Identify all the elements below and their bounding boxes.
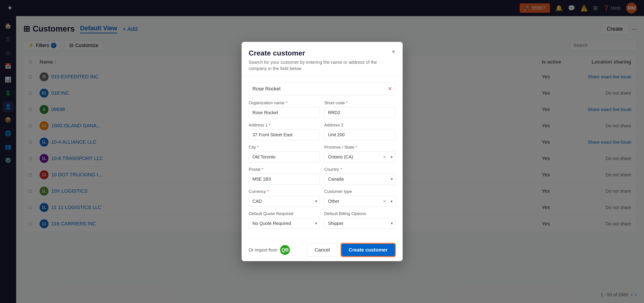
cancel-button[interactable]: Cancel	[307, 243, 337, 257]
country-label: Country *	[324, 167, 396, 172]
form-row-5: Currency * CAD USD ▾ Customer type	[249, 189, 396, 207]
currency-select[interactable]: CAD USD	[249, 196, 320, 207]
modal-overlay: Create customer Search for your customer…	[0, 0, 644, 303]
customer-type-chevron-icon: ▾	[390, 199, 392, 204]
search-clear-button[interactable]: ✕	[388, 86, 392, 92]
create-customer-modal: Create customer Search for your customer…	[242, 42, 403, 261]
address2-group: Address 2	[324, 123, 396, 140]
country-select[interactable]: Canada United States	[324, 174, 396, 184]
currency-select-wrap: CAD USD ▾	[249, 196, 320, 207]
modal-search-section: ✕	[242, 77, 403, 95]
form-row-1: Organization name * Short code *	[249, 101, 396, 118]
address1-input[interactable]	[249, 129, 320, 140]
modal-close-button[interactable]: ×	[390, 47, 397, 56]
address2-input[interactable]	[324, 129, 396, 140]
short-code-group: Short code *	[324, 101, 396, 118]
default-quote-group: Default Quote Required No Quote Required…	[249, 211, 320, 229]
modal-header: Create customer Search for your customer…	[242, 42, 403, 77]
customer-type-label: Customer type	[324, 189, 396, 194]
modal-footer: Or import from QB Cancel Create customer	[242, 238, 403, 261]
address2-label: Address 2	[324, 123, 396, 128]
short-code-label: Short code *	[324, 101, 396, 105]
customer-type-select[interactable]: Other ✕ ▾	[324, 196, 396, 207]
customer-type-select-wrap: Other ✕ ▾	[324, 196, 396, 207]
import-label: Or import from	[249, 247, 278, 253]
form-row-6: Default Quote Required No Quote Required…	[249, 211, 396, 229]
default-quote-select-wrap: No Quote Required ▾	[249, 218, 320, 229]
country-group: Country * Canada United States ▾	[324, 167, 396, 185]
short-code-input[interactable]	[324, 107, 396, 118]
search-container: ✕	[249, 83, 396, 95]
customer-type-group: Customer type Other ✕ ▾	[324, 189, 396, 207]
province-select[interactable]: Ontario (CA) ✕ ▾	[324, 152, 396, 162]
postal-input[interactable]	[249, 174, 320, 185]
default-billing-select[interactable]: Shipper	[324, 218, 396, 229]
country-select-wrap: Canada United States ▾	[324, 174, 396, 184]
modal-subtitle: Search for your customer by entering the…	[249, 59, 396, 72]
default-quote-label: Default Quote Required	[249, 211, 320, 216]
city-input[interactable]	[249, 152, 320, 162]
default-quote-select[interactable]: No Quote Required	[249, 218, 320, 229]
province-select-wrap: Ontario (CA) ✕ ▾	[324, 152, 396, 162]
quickbooks-import-button[interactable]: QB	[280, 245, 290, 255]
province-clear-button[interactable]: ✕	[383, 155, 386, 160]
address1-label: Address 1 *	[249, 123, 320, 128]
city-group: City *	[249, 145, 320, 162]
province-label: Province / State *	[324, 145, 396, 150]
default-billing-group: Default Billing Options Shipper ▾	[324, 211, 396, 229]
province-chevron-icon: ▾	[390, 155, 392, 160]
org-name-group: Organization name *	[249, 101, 320, 118]
postal-group: Postal *	[249, 167, 320, 185]
modal-form: Organization name * Short code *	[242, 95, 403, 238]
customer-search-input[interactable]	[249, 83, 396, 95]
postal-label: Postal *	[249, 167, 320, 172]
import-section: Or import from QB	[249, 245, 290, 255]
form-row-2: Address 1 * Address 2	[249, 123, 396, 140]
modal-title-block: Create customer Search for your customer…	[249, 49, 396, 72]
currency-group: Currency * CAD USD ▾	[249, 189, 320, 207]
address1-group: Address 1 *	[249, 123, 320, 140]
create-customer-button[interactable]: Create customer	[341, 243, 396, 257]
currency-label: Currency *	[249, 189, 320, 194]
form-row-3: City * Province / State * Ontario (CA) ✕	[249, 145, 396, 162]
default-billing-select-wrap: Shipper ▾	[324, 218, 396, 229]
form-row-4: Postal * Country * Canada United States	[249, 167, 396, 185]
org-name-label: Organization name *	[249, 101, 320, 105]
customer-type-clear-button[interactable]: ✕	[383, 199, 386, 204]
org-name-input[interactable]	[249, 107, 320, 118]
modal-title: Create customer	[249, 49, 396, 57]
footer-buttons: Cancel Create customer	[307, 243, 395, 257]
province-group: Province / State * Ontario (CA) ✕ ▾	[324, 145, 396, 162]
city-label: City *	[249, 145, 320, 150]
default-billing-label: Default Billing Options	[324, 211, 396, 216]
